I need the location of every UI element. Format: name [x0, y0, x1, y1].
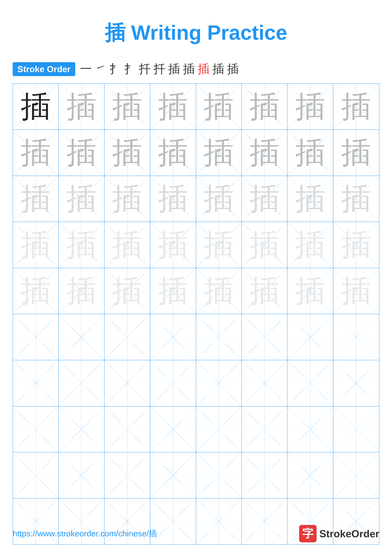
- stroke-1: 一: [80, 61, 92, 77]
- cell-1-1[interactable]: 插: [13, 84, 59, 129]
- cell-9-8[interactable]: [333, 453, 379, 498]
- cell-2-1[interactable]: 插: [13, 130, 59, 175]
- cell-4-7[interactable]: 插: [287, 222, 333, 268]
- stroke-7: 插: [168, 61, 180, 77]
- cell-3-4[interactable]: 插: [150, 176, 196, 222]
- cell-6-6[interactable]: [242, 314, 287, 360]
- cell-3-5[interactable]: 插: [196, 176, 242, 222]
- stroke-6: 扦: [154, 61, 165, 77]
- cell-1-6[interactable]: 插: [242, 84, 287, 129]
- cell-9-2[interactable]: [59, 453, 104, 498]
- cell-2-2[interactable]: 插: [59, 130, 104, 175]
- cell-6-5[interactable]: [196, 314, 242, 360]
- cell-3-3[interactable]: 插: [105, 176, 150, 222]
- cell-8-1[interactable]: [13, 406, 59, 452]
- cell-4-6[interactable]: 插: [242, 222, 287, 268]
- cell-4-8[interactable]: 插: [333, 222, 379, 268]
- cell-7-4[interactable]: [150, 360, 196, 406]
- cell-6-2[interactable]: [59, 314, 104, 360]
- grid-row-3: 插 插 插 插 插 插 插 插: [13, 176, 379, 222]
- cell-3-1[interactable]: 插: [13, 176, 59, 222]
- cell-1-3[interactable]: 插: [105, 84, 150, 129]
- cell-5-2[interactable]: 插: [59, 268, 104, 314]
- char-mid: 插: [249, 92, 280, 122]
- cell-1-7[interactable]: 插: [287, 84, 333, 129]
- practice-grid: 插 插 插 插 插 插 插 插 插 插 插 插 插 插 插 插: [13, 83, 379, 545]
- cell-8-7[interactable]: [287, 406, 333, 452]
- cell-9-3[interactable]: [105, 453, 150, 498]
- cell-3-8[interactable]: 插: [333, 176, 379, 222]
- char-mid: 插: [204, 92, 234, 122]
- cell-8-8[interactable]: [333, 406, 379, 452]
- cell-8-4[interactable]: [150, 406, 196, 452]
- footer-logo-text: StrokeOrder: [319, 528, 379, 540]
- cell-5-4[interactable]: 插: [150, 268, 196, 314]
- char-mid: 插: [158, 92, 188, 122]
- char-mid: 插: [112, 92, 142, 122]
- cell-9-1[interactable]: [13, 453, 59, 498]
- stroke-5: 扦: [139, 61, 151, 77]
- stroke-sequence: 一 ㇀ 扌 扌 扦 扦 插 插 插 插 插: [80, 61, 239, 77]
- cell-3-7[interactable]: 插: [287, 176, 333, 222]
- cell-7-5[interactable]: [196, 360, 242, 406]
- stroke-9: 插: [198, 61, 209, 77]
- cell-2-3[interactable]: 插: [105, 130, 150, 175]
- cell-4-3[interactable]: 插: [105, 222, 150, 268]
- cell-8-5[interactable]: [196, 406, 242, 452]
- cell-6-8[interactable]: [333, 314, 379, 360]
- stroke-order-badge: Stroke Order: [13, 62, 75, 76]
- grid-row-7: [13, 360, 379, 406]
- stroke-4: 扌: [124, 61, 136, 77]
- footer-url[interactable]: https://www.strokeorder.com/chinese/插: [13, 528, 157, 539]
- cell-3-6[interactable]: 插: [242, 176, 287, 222]
- cell-7-7[interactable]: [287, 360, 333, 406]
- cell-7-1[interactable]: [13, 360, 59, 406]
- cell-6-1[interactable]: [13, 314, 59, 360]
- cell-7-2[interactable]: [59, 360, 104, 406]
- cell-6-3[interactable]: [105, 314, 150, 360]
- cell-4-5[interactable]: 插: [196, 222, 242, 268]
- cell-2-5[interactable]: 插: [196, 130, 242, 175]
- cell-1-4[interactable]: 插: [150, 84, 196, 129]
- grid-row-9: [13, 453, 379, 498]
- footer-logo: 字 StrokeOrder: [299, 525, 379, 542]
- cell-9-6[interactable]: [242, 453, 287, 498]
- cell-9-4[interactable]: [150, 453, 196, 498]
- cell-1-2[interactable]: 插: [59, 84, 104, 129]
- footer: https://www.strokeorder.com/chinese/插 字 …: [13, 525, 379, 542]
- cell-2-8[interactable]: 插: [333, 130, 379, 175]
- cell-5-8[interactable]: 插: [333, 268, 379, 314]
- cell-4-2[interactable]: 插: [59, 222, 104, 268]
- cell-5-3[interactable]: 插: [105, 268, 150, 314]
- cell-6-4[interactable]: [150, 314, 196, 360]
- grid-row-5: 插 插 插 插 插 插 插 插: [13, 268, 379, 314]
- char-mid: 插: [295, 92, 325, 122]
- cell-4-1[interactable]: 插: [13, 222, 59, 268]
- cell-1-5[interactable]: 插: [196, 84, 242, 129]
- grid-row-8: [13, 406, 379, 453]
- cell-5-1[interactable]: 插: [13, 268, 59, 314]
- cell-3-2[interactable]: 插: [59, 176, 104, 222]
- cell-5-5[interactable]: 插: [196, 268, 242, 314]
- cell-8-3[interactable]: [105, 406, 150, 452]
- cell-4-4[interactable]: 插: [150, 222, 196, 268]
- cell-5-6[interactable]: 插: [242, 268, 287, 314]
- cell-8-2[interactable]: [59, 406, 104, 452]
- stroke-3: 扌: [109, 61, 121, 77]
- cell-8-6[interactable]: [242, 406, 287, 452]
- cell-2-4[interactable]: 插: [150, 130, 196, 175]
- cell-6-7[interactable]: [287, 314, 333, 360]
- cell-7-3[interactable]: [105, 360, 150, 406]
- cell-2-7[interactable]: 插: [287, 130, 333, 175]
- cell-9-5[interactable]: [196, 453, 242, 498]
- char-mid: 插: [66, 92, 96, 122]
- cell-9-7[interactable]: [287, 453, 333, 498]
- cell-7-6[interactable]: [242, 360, 287, 406]
- logo-char: 字: [302, 526, 314, 541]
- cell-2-6[interactable]: 插: [242, 130, 287, 175]
- cell-1-8[interactable]: 插: [333, 84, 379, 129]
- cell-7-8[interactable]: [333, 360, 379, 406]
- grid-row-6: [13, 314, 379, 360]
- char-mid: 插: [341, 92, 371, 122]
- cell-5-7[interactable]: 插: [287, 268, 333, 314]
